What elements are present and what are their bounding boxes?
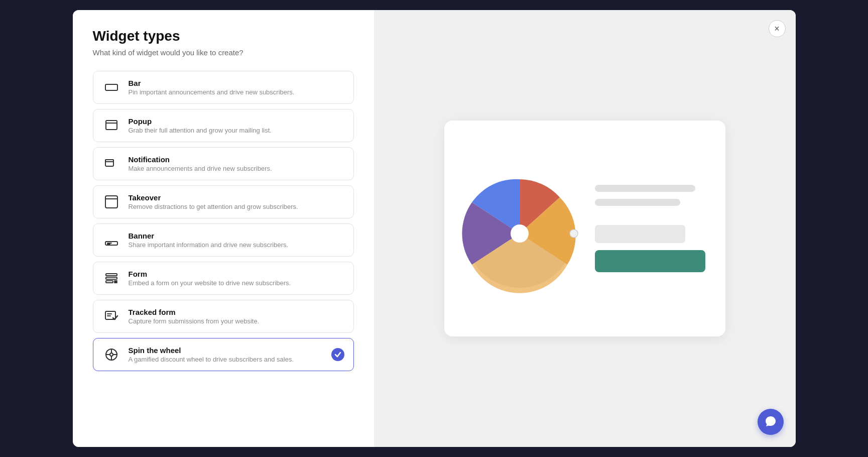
widget-desc-popup: Grab their full attention and grow your … xyxy=(129,127,344,134)
widget-item-takeover[interactable]: Takeover Remove distractions to get atte… xyxy=(93,185,354,218)
widget-desc-notification: Make announcements and drive new subscri… xyxy=(129,165,344,172)
widget-name-spin-the-wheel: Spin the wheel xyxy=(129,346,323,355)
wheel-preview xyxy=(459,158,580,299)
widget-desc-banner: Share important information and drive ne… xyxy=(129,241,344,249)
svg-rect-11 xyxy=(106,277,117,279)
preview-card xyxy=(444,121,725,336)
widget-name-bar: Bar xyxy=(129,79,344,87)
spin-wheel-icon xyxy=(102,346,120,364)
preview-content xyxy=(595,185,710,272)
widget-item-popup[interactable]: Popup Grab their full attention and grow… xyxy=(93,109,354,142)
widget-item-form[interactable]: Form Embed a form on your website to dri… xyxy=(93,262,354,295)
form-icon xyxy=(102,269,120,287)
widget-desc-tracked-form: Capture form submissions from your websi… xyxy=(129,317,344,325)
selected-check-badge xyxy=(331,348,344,361)
popup-icon xyxy=(102,117,120,135)
svg-rect-3 xyxy=(105,160,113,166)
notification-icon xyxy=(102,155,120,173)
svg-rect-12 xyxy=(106,281,113,283)
svg-point-27 xyxy=(570,230,578,238)
widget-list: Bar Pin important announcements and driv… xyxy=(93,71,354,371)
widget-desc-bar: Pin important announcements and drive ne… xyxy=(129,88,344,96)
widget-desc-spin-the-wheel: A gamified discount wheel to drive subsc… xyxy=(129,356,323,363)
widget-name-takeover: Takeover xyxy=(129,193,344,202)
svg-rect-4 xyxy=(105,160,113,162)
close-button[interactable]: × xyxy=(769,20,786,37)
svg-rect-10 xyxy=(106,274,117,276)
modal-overlay: Widget types What kind of widget would y… xyxy=(73,10,796,447)
takeover-icon xyxy=(102,193,120,211)
tracked-form-icon xyxy=(102,307,120,325)
widget-name-form: Form xyxy=(129,270,344,278)
widget-desc-form: Embed a form on your website to drive ne… xyxy=(129,279,344,287)
right-panel: × xyxy=(374,10,796,447)
widget-name-notification: Notification xyxy=(129,155,344,164)
svg-rect-5 xyxy=(105,196,117,208)
widget-name-popup: Popup xyxy=(129,117,344,126)
preview-cta-button xyxy=(595,250,705,272)
panel-subtitle: What kind of widget would you like to cr… xyxy=(93,48,354,57)
banner-icon xyxy=(102,231,120,249)
left-panel: Widget types What kind of widget would y… xyxy=(73,10,374,447)
widget-item-bar[interactable]: Bar Pin important announcements and driv… xyxy=(93,71,354,104)
preview-line-1 xyxy=(595,185,695,192)
widget-name-banner: Banner xyxy=(129,232,344,240)
widget-item-banner[interactable]: Banner Share important information and d… xyxy=(93,223,354,257)
bar-icon xyxy=(102,78,120,96)
chat-icon xyxy=(764,415,777,428)
preview-input-field xyxy=(595,225,685,243)
svg-rect-0 xyxy=(105,84,117,90)
panel-title: Widget types xyxy=(93,28,354,44)
widget-desc-takeover: Remove distractions to get attention and… xyxy=(129,203,344,210)
widget-item-spin-the-wheel[interactable]: Spin the wheel A gamified discount wheel… xyxy=(93,338,354,371)
svg-rect-1 xyxy=(106,121,117,130)
svg-point-26 xyxy=(511,224,529,243)
widget-item-notification[interactable]: Notification Make announcements and driv… xyxy=(93,147,354,180)
widget-item-tracked-form[interactable]: Tracked form Capture form submissions fr… xyxy=(93,300,354,333)
widget-name-tracked-form: Tracked form xyxy=(129,308,344,316)
preview-line-2 xyxy=(595,199,680,206)
chat-button[interactable] xyxy=(758,409,784,435)
